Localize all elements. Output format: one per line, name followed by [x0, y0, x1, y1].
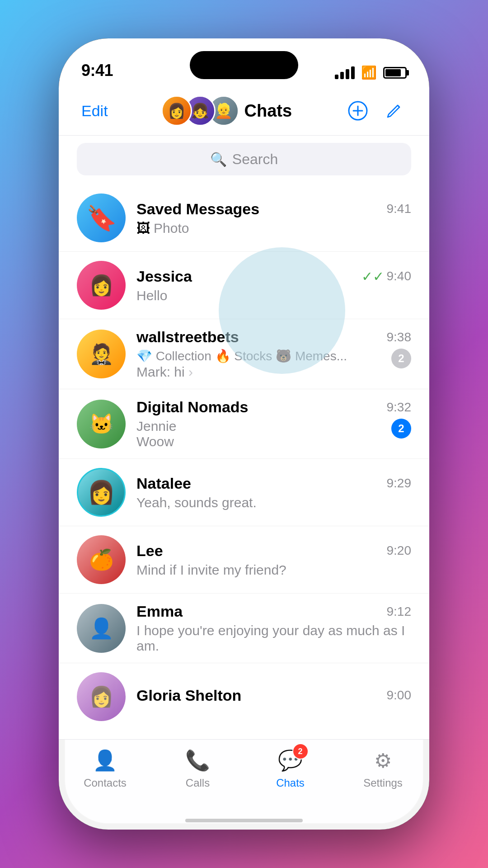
phone-frame: 9:41 📶 Edit 👩 👧: [59, 38, 429, 830]
chat-content-natalee: Natalee 9:29 Yeah, sounds great.: [136, 475, 411, 510]
chat-name-digital: Digital Nomads: [136, 398, 248, 416]
add-chat-button[interactable]: [345, 98, 371, 123]
chat-time-natalee: 9:29: [387, 476, 412, 491]
search-bar[interactable]: 🔍 Search: [77, 143, 411, 175]
chat-header-saved: Saved Messages 9:41: [136, 200, 411, 218]
chat-time-wsb: 9:38: [387, 330, 412, 344]
photo-emoji: 🖼: [136, 221, 150, 236]
chat-header-lee: Lee 9:20: [136, 542, 411, 560]
search-icon: 🔍: [210, 151, 227, 167]
signal-bar-1: [335, 75, 338, 79]
chat-preview-jessica: Hello: [136, 288, 411, 303]
chat-header-wsb: wallstreetbets 9:38: [136, 328, 411, 346]
chat-item-saved-messages[interactable]: 🔖 Saved Messages 9:41 🖼 Photo: [59, 184, 429, 252]
chat-item-lee[interactable]: 🍊 Lee 9:20 Mind if I invite my friend?: [59, 526, 429, 594]
settings-label: Settings: [363, 777, 403, 789]
story-avatars[interactable]: 👩 👧 👱: [161, 95, 239, 126]
battery-fill: [385, 69, 401, 76]
signal-bar-4: [351, 66, 355, 79]
chat-preview-text-saved: Photo: [154, 221, 189, 236]
chat-time-gloria: 9:00: [387, 688, 412, 703]
wsb-preview-line2: Mark: hi ›: [136, 364, 391, 380]
tab-settings[interactable]: ⚙ Settings: [337, 747, 429, 789]
signal-bar-3: [346, 69, 349, 79]
chat-preview-digital: Jennie Woow 2: [136, 419, 411, 449]
chat-preview-text-lee: Mind if I invite my friend?: [136, 562, 286, 578]
chat-preview-wsb: 💎 Collection 🔥 Stocks 🐻 Memes... Mark: h…: [136, 349, 411, 380]
add-chat-icon: [348, 101, 368, 121]
wsb-mark-text: Mark: hi: [136, 364, 188, 379]
natalee-avatar-emoji: 👩: [87, 479, 115, 505]
edit-button[interactable]: Edit: [81, 102, 108, 120]
chat-header-digital: Digital Nomads 9:32: [136, 398, 411, 416]
settings-icon: ⚙: [374, 749, 392, 772]
compose-button[interactable]: [381, 98, 407, 123]
chat-content-lee: Lee 9:20 Mind if I invite my friend?: [136, 542, 411, 578]
chat-preview-text-emma: I hope you're enjoying your day as much …: [136, 623, 411, 654]
emma-avatar-emoji: 👤: [89, 617, 114, 640]
dynamic-island: [190, 51, 298, 79]
chat-header-gloria: Gloria Shelton 9:00: [136, 687, 411, 704]
chat-item-natalee[interactable]: 👩 Natalee 9:29 Yeah, sounds great.: [59, 459, 429, 526]
wsb-badge: 2: [391, 349, 411, 368]
signal-bars: [335, 66, 355, 79]
chat-item-emma[interactable]: 👤 Emma 9:12 I hope you're enjoying your …: [59, 594, 429, 663]
digital-preview-left: Jennie Woow: [136, 419, 391, 449]
calls-icon: 📞: [185, 749, 210, 772]
chats-label: Chats: [276, 777, 305, 789]
chats-icon-container: 💬 2: [277, 747, 304, 774]
status-time: 9:41: [81, 61, 113, 80]
tab-contacts[interactable]: 👤 Contacts: [59, 747, 151, 789]
chat-item-digital-nomads[interactable]: 🐱 Digital Nomads 9:32 Jennie Woow 2: [59, 389, 429, 459]
chat-content-emma: Emma 9:12 I hope you're enjoying your da…: [136, 603, 411, 654]
compose-icon: [384, 101, 404, 121]
digital-badge: 2: [391, 419, 411, 439]
navigation-bar: Edit 👩 👧 👱 Chats: [59, 88, 429, 136]
digital-avatar-emoji: 🐱: [89, 412, 114, 436]
chat-name-gloria: Gloria Shelton: [136, 687, 241, 704]
avatar-lee: 🍊: [77, 535, 126, 584]
chat-header-jessica: Jessica ✓✓ 9:40: [136, 268, 411, 285]
chat-name-saved: Saved Messages: [136, 200, 259, 218]
chats-badge: 2: [292, 743, 309, 760]
nav-actions: [345, 98, 407, 123]
settings-icon-container: ⚙: [370, 747, 397, 774]
home-indicator: [59, 811, 429, 830]
story-avatar-1[interactable]: 👩: [161, 95, 192, 126]
battery-icon: [383, 67, 407, 79]
chat-name-emma: Emma: [136, 603, 183, 620]
chat-time-emma: 9:12: [387, 604, 412, 619]
tab-calls[interactable]: 📞 Calls: [151, 747, 244, 789]
chat-name-lee: Lee: [136, 542, 163, 560]
chat-item-jessica[interactable]: 👩 Jessica ✓✓ 9:40 Hello: [59, 252, 429, 319]
chat-preview-lee: Mind if I invite my friend?: [136, 562, 411, 578]
wifi-icon: 📶: [361, 65, 377, 80]
nav-title: Chats: [244, 101, 292, 121]
chat-preview-text-jessica: Hello: [136, 288, 167, 303]
wsb-preview-left: 💎 Collection 🔥 Stocks 🐻 Memes... Mark: h…: [136, 349, 391, 380]
chat-time-lee: 9:20: [387, 543, 412, 558]
avatar-digital-nomads: 🐱: [77, 400, 126, 448]
jessica-avatar-emoji: 👩: [89, 274, 114, 297]
digital-preview-line1: Jennie: [136, 419, 391, 434]
chat-time-digital: 9:32: [387, 400, 412, 415]
chat-name-natalee: Natalee: [136, 475, 191, 492]
wsb-arrow-icon: ›: [188, 364, 193, 379]
chat-content-gloria: Gloria Shelton 9:00: [136, 687, 411, 707]
search-placeholder-text: Search: [232, 151, 278, 168]
tab-chats[interactable]: 💬 2 Chats: [244, 747, 337, 789]
search-container: 🔍 Search: [59, 136, 429, 184]
calls-icon-container: 📞: [184, 747, 211, 774]
chat-content-digital: Digital Nomads 9:32 Jennie Woow 2: [136, 398, 411, 449]
chat-content-wsb: wallstreetbets 9:38 💎 Collection 🔥 Stock…: [136, 328, 411, 380]
chat-name-wsb: wallstreetbets: [136, 328, 239, 346]
chat-time-jessica: 9:40: [387, 269, 412, 283]
chat-preview-natalee: Yeah, sounds great.: [136, 495, 411, 510]
chat-item-wallstreetbets[interactable]: 🤵 wallstreetbets 9:38 💎 Collection 🔥 Sto…: [59, 319, 429, 389]
contacts-icon: 👤: [93, 749, 117, 772]
chat-item-gloria[interactable]: 👩 Gloria Shelton 9:00: [59, 663, 429, 730]
digital-preview-line2: Woow: [136, 434, 391, 449]
tab-bar: 👤 Contacts 📞 Calls 💬 2 Chats ⚙ Settings: [59, 739, 429, 811]
chat-preview-emma: I hope you're enjoying your day as much …: [136, 623, 411, 654]
gloria-avatar-emoji: 👩: [89, 685, 114, 708]
